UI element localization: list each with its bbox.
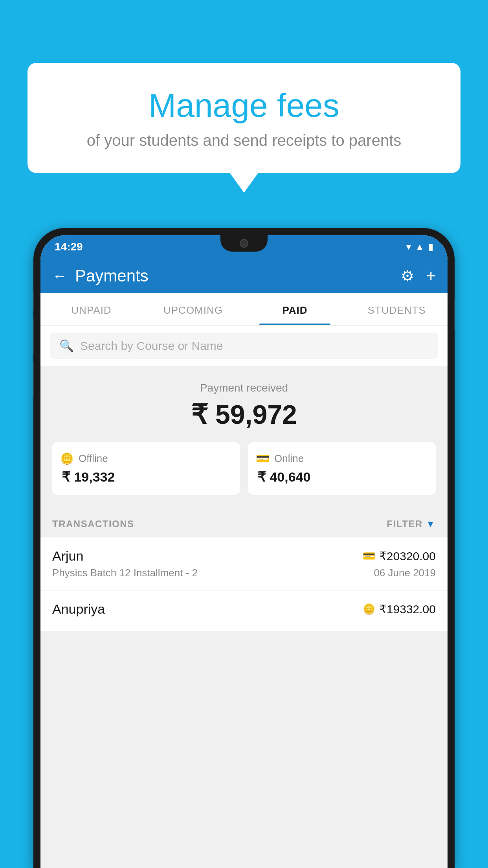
tab-students[interactable]: STUDENTS bbox=[346, 293, 448, 325]
tab-paid[interactable]: PAID bbox=[244, 293, 346, 325]
transaction-bottom-1: Physics Batch 12 Installment - 2 06 June… bbox=[52, 567, 436, 579]
transaction-amount-wrap-2: 🪙 ₹19332.00 bbox=[363, 602, 436, 616]
battery-icon: ▮ bbox=[428, 241, 433, 252]
search-input[interactable]: Search by Course or Name bbox=[80, 339, 223, 353]
transaction-name-1: Arjun bbox=[52, 548, 83, 564]
camera bbox=[240, 239, 248, 248]
back-button[interactable]: ← bbox=[52, 268, 67, 285]
transactions-header: TRANSACTIONS FILTER ▼ bbox=[40, 511, 448, 537]
volume-up-button bbox=[33, 318, 34, 354]
online-label: Online bbox=[274, 452, 304, 465]
transaction-amount-2: ₹19332.00 bbox=[379, 602, 436, 616]
payment-type-icon-1: 💳 bbox=[363, 550, 375, 562]
signal-icon: ▲ bbox=[415, 241, 424, 252]
transaction-row-arjun[interactable]: Arjun 💳 ₹20320.00 Physics Batch 12 Insta… bbox=[40, 537, 448, 590]
status-icons: ▾ ▲ ▮ bbox=[406, 241, 433, 252]
transaction-top-1: Arjun 💳 ₹20320.00 bbox=[52, 548, 436, 564]
app-header: ← Payments ⚙ + bbox=[40, 259, 448, 293]
search-container: 🔍 Search by Course or Name bbox=[40, 326, 448, 366]
filter-button[interactable]: FILTER ▼ bbox=[387, 519, 436, 530]
transactions-label: TRANSACTIONS bbox=[52, 519, 134, 530]
filter-icon: ▼ bbox=[426, 519, 436, 530]
search-input-wrapper[interactable]: 🔍 Search by Course or Name bbox=[50, 333, 438, 359]
online-card: 💳 Online ₹ 40,640 bbox=[248, 442, 436, 495]
tab-unpaid[interactable]: UNPAID bbox=[40, 293, 142, 325]
status-time: 14:29 bbox=[55, 241, 83, 253]
payment-type-icon-2: 🪙 bbox=[363, 603, 375, 615]
transaction-course-1: Physics Batch 12 Installment - 2 bbox=[52, 567, 198, 579]
offline-label: Offline bbox=[79, 452, 108, 465]
payment-cards: 🪙 Offline ₹ 19,332 💳 Online ₹ 40,640 bbox=[52, 442, 436, 495]
transaction-name-2: Anupriya bbox=[52, 601, 105, 617]
transaction-top-2: Anupriya 🪙 ₹19332.00 bbox=[52, 601, 436, 617]
speech-bubble: Manage fees of your students and send re… bbox=[28, 63, 460, 173]
search-icon: 🔍 bbox=[59, 339, 74, 353]
offline-amount: ₹ 19,332 bbox=[62, 469, 115, 485]
wifi-icon: ▾ bbox=[406, 241, 411, 252]
payment-total-amount: ₹ 59,972 bbox=[52, 399, 436, 430]
settings-button[interactable]: ⚙ bbox=[401, 267, 414, 285]
payment-summary: Payment received ₹ 59,972 🪙 Offline ₹ 19… bbox=[40, 366, 448, 511]
phone-outer: 14:29 ▾ ▲ ▮ ← Payments ⚙ + UNPAID UPCOMI… bbox=[33, 228, 455, 868]
online-label-row: 💳 Online bbox=[256, 452, 304, 465]
bubble-pointer bbox=[230, 173, 258, 193]
payment-received-label: Payment received bbox=[52, 382, 436, 394]
volume-silent-button bbox=[33, 291, 34, 311]
speech-bubble-container: Manage fees of your students and send re… bbox=[28, 63, 460, 193]
filter-text: FILTER bbox=[387, 519, 423, 530]
transaction-row-anupriya[interactable]: Anupriya 🪙 ₹19332.00 bbox=[40, 590, 448, 631]
tabs-bar: UNPAID UPCOMING PAID STUDENTS bbox=[40, 293, 448, 326]
bubble-title: Manage fees bbox=[55, 86, 433, 125]
tab-upcoming[interactable]: UPCOMING bbox=[142, 293, 244, 325]
online-icon: 💳 bbox=[256, 452, 270, 465]
phone-screen: 14:29 ▾ ▲ ▮ ← Payments ⚙ + UNPAID UPCOMI… bbox=[40, 235, 448, 868]
transaction-date-1: 06 June 2019 bbox=[374, 567, 436, 579]
offline-icon: 🪙 bbox=[60, 452, 74, 465]
transaction-amount-wrap-1: 💳 ₹20320.00 bbox=[363, 549, 436, 563]
page-title: Payments bbox=[75, 267, 393, 285]
offline-label-row: 🪙 Offline bbox=[60, 452, 108, 465]
online-amount: ₹ 40,640 bbox=[257, 469, 310, 485]
volume-down-button bbox=[33, 362, 34, 397]
notch bbox=[220, 235, 268, 252]
transaction-amount-1: ₹20320.00 bbox=[379, 549, 436, 563]
power-button bbox=[454, 299, 455, 330]
phone-mockup: 14:29 ▾ ▲ ▮ ← Payments ⚙ + UNPAID UPCOMI… bbox=[33, 228, 455, 868]
bubble-subtitle: of your students and send receipts to pa… bbox=[55, 132, 433, 149]
offline-card: 🪙 Offline ₹ 19,332 bbox=[52, 442, 240, 495]
add-button[interactable]: + bbox=[426, 267, 436, 285]
